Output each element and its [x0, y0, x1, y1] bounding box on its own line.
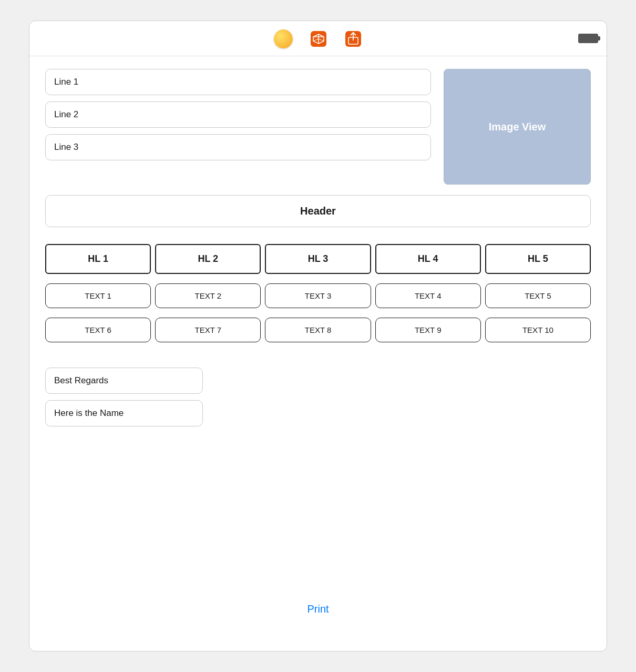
top-section: Line 1 Line 2 Line 3 Image View	[45, 69, 591, 185]
txt-cell-1[interactable]: TEXT 1	[45, 283, 151, 308]
txt-cell-2[interactable]: TEXT 2	[155, 283, 261, 308]
name-field[interactable]: Here is the Name	[45, 400, 203, 426]
bottom-fields: Best Regards Here is the Name	[45, 368, 203, 426]
phone-frame: Line 1 Line 2 Line 3 Image View Header H…	[29, 21, 607, 651]
grid-header-row: HL 1 HL 2 HL 3 HL 4 HL 5	[45, 244, 591, 274]
txt-cell-8[interactable]: TEXT 8	[265, 318, 371, 342]
hl-cell-3: HL 3	[265, 244, 371, 274]
line1-field[interactable]: Line 1	[45, 69, 431, 95]
image-view: Image View	[444, 69, 591, 185]
print-section: Print	[45, 599, 591, 635]
grid-text-row-1: TEXT 1 TEXT 2 TEXT 3 TEXT 4 TEXT 5	[45, 283, 591, 308]
txt-cell-5[interactable]: TEXT 5	[485, 283, 591, 308]
print-button[interactable]: Print	[296, 599, 339, 619]
toolbar	[29, 21, 607, 56]
battery-icon	[578, 34, 598, 43]
main-content: Line 1 Line 2 Line 3 Image View Header H…	[29, 56, 607, 651]
text-fields: Line 1 Line 2 Line 3	[45, 69, 431, 160]
line3-field[interactable]: Line 3	[45, 134, 431, 160]
hl-cell-1: HL 1	[45, 244, 151, 274]
box-icon[interactable]	[310, 30, 327, 48]
hl-cell-5: HL 5	[485, 244, 591, 274]
grid-text-row-2: TEXT 6 TEXT 7 TEXT 8 TEXT 9 TEXT 10	[45, 318, 591, 342]
share-icon[interactable]	[344, 30, 362, 48]
hl-cell-4: HL 4	[375, 244, 481, 274]
txt-cell-7[interactable]: TEXT 7	[155, 318, 261, 342]
best-regards-field[interactable]: Best Regards	[45, 368, 203, 394]
txt-cell-6[interactable]: TEXT 6	[45, 318, 151, 342]
line2-field[interactable]: Line 2	[45, 101, 431, 128]
header-bar: Header	[45, 195, 591, 227]
hl-cell-2: HL 2	[155, 244, 261, 274]
image-view-label: Image View	[489, 121, 546, 133]
txt-cell-3[interactable]: TEXT 3	[265, 283, 371, 308]
grid-section: HL 1 HL 2 HL 3 HL 4 HL 5 TEXT 1 TEXT 2 T…	[45, 244, 591, 342]
txt-cell-9[interactable]: TEXT 9	[375, 318, 481, 342]
txt-cell-10[interactable]: TEXT 10	[485, 318, 591, 342]
circle-icon[interactable]	[274, 29, 293, 48]
txt-cell-4[interactable]: TEXT 4	[375, 283, 481, 308]
